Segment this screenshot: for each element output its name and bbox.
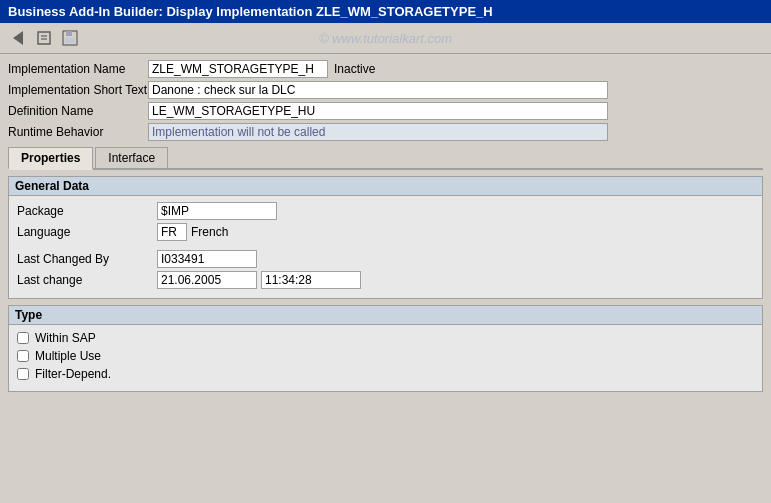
last-change-row: Last change xyxy=(17,271,754,289)
svg-rect-6 xyxy=(65,38,75,43)
forward-icon[interactable] xyxy=(32,27,56,49)
type-section: Type Within SAP Multiple Use Filter-Depe… xyxy=(8,305,763,392)
type-header: Type xyxy=(9,306,762,325)
language-code-input[interactable] xyxy=(157,223,187,241)
short-text-input[interactable] xyxy=(148,81,608,99)
content-area: Implementation Name Inactive Implementat… xyxy=(0,54,771,398)
tabs-bar: Properties Interface xyxy=(8,147,763,170)
back-icon[interactable] xyxy=(6,27,30,49)
last-changed-by-input[interactable] xyxy=(157,250,257,268)
implementation-name-row: Implementation Name Inactive xyxy=(8,60,763,78)
filter-depend-label: Filter-Depend. xyxy=(35,367,111,381)
short-text-input-cell xyxy=(148,81,608,99)
implementation-name-input[interactable] xyxy=(148,60,328,78)
runtime-behavior-input xyxy=(148,123,608,141)
implementation-status: Inactive xyxy=(334,62,375,76)
package-label: Package xyxy=(17,204,157,218)
last-change-label: Last change xyxy=(17,273,157,287)
language-row: Language French xyxy=(17,223,754,241)
package-input[interactable] xyxy=(157,202,277,220)
language-value: French xyxy=(191,225,228,239)
short-text-row: Implementation Short Text xyxy=(8,81,763,99)
package-row: Package xyxy=(17,202,754,220)
title-bar: Business Add-In Builder: Display Impleme… xyxy=(0,0,771,23)
within-sap-row: Within SAP xyxy=(17,331,754,345)
within-sap-checkbox[interactable] xyxy=(17,332,29,344)
tab-interface[interactable]: Interface xyxy=(95,147,168,168)
implementation-name-input-cell: Inactive xyxy=(148,60,375,78)
general-data-content: Package Language French Last Changed By … xyxy=(9,196,762,298)
last-changed-by-label: Last Changed By xyxy=(17,252,157,266)
definition-name-input-cell xyxy=(148,102,608,120)
general-data-header: General Data xyxy=(9,177,762,196)
filter-depend-checkbox[interactable] xyxy=(17,368,29,380)
short-text-label: Implementation Short Text xyxy=(8,83,148,97)
tab-properties[interactable]: Properties xyxy=(8,147,93,170)
within-sap-label: Within SAP xyxy=(35,331,96,345)
last-change-time-input[interactable] xyxy=(261,271,361,289)
svg-rect-1 xyxy=(38,32,50,44)
save-icon[interactable] xyxy=(58,27,82,49)
implementation-name-label: Implementation Name xyxy=(8,62,148,76)
window-title: Business Add-In Builder: Display Impleme… xyxy=(8,4,493,19)
multiple-use-checkbox[interactable] xyxy=(17,350,29,362)
runtime-behavior-row: Runtime Behavior xyxy=(8,123,763,141)
definition-name-label: Definition Name xyxy=(8,104,148,118)
definition-name-input[interactable] xyxy=(148,102,608,120)
definition-name-row: Definition Name xyxy=(8,102,763,120)
runtime-behavior-label: Runtime Behavior xyxy=(8,125,148,139)
svg-rect-5 xyxy=(66,31,72,36)
last-changed-by-row: Last Changed By xyxy=(17,250,754,268)
last-change-inputs xyxy=(157,271,361,289)
filter-depend-row: Filter-Depend. xyxy=(17,367,754,381)
toolbar: © www.tutorialkart.com xyxy=(0,23,771,54)
multiple-use-label: Multiple Use xyxy=(35,349,101,363)
last-change-date-input[interactable] xyxy=(157,271,257,289)
language-label: Language xyxy=(17,225,157,239)
watermark: © www.tutorialkart.com xyxy=(319,31,452,46)
runtime-behavior-input-cell xyxy=(148,123,608,141)
general-data-section: General Data Package Language French Las… xyxy=(8,176,763,299)
type-content: Within SAP Multiple Use Filter-Depend. xyxy=(9,325,762,391)
multiple-use-row: Multiple Use xyxy=(17,349,754,363)
language-input-group: French xyxy=(157,223,228,241)
svg-marker-0 xyxy=(13,31,23,45)
